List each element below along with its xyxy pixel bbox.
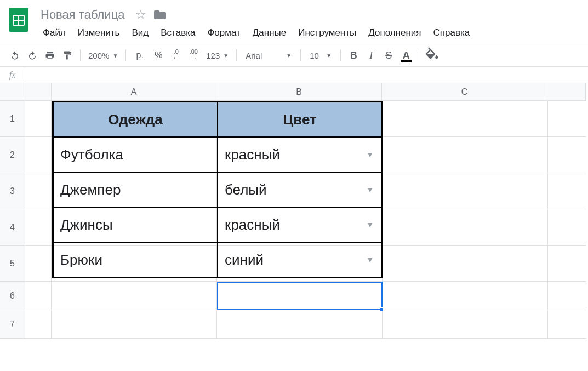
cell[interactable] [548, 173, 586, 209]
font-family-select[interactable]: Arial ▼ [241, 51, 296, 60]
text-color-button[interactable]: A [398, 47, 414, 64]
table-cell-a3[interactable]: Джемпер [53, 172, 218, 207]
formula-bar: fx [0, 67, 588, 83]
menu-edit[interactable]: Изменить [72, 25, 125, 41]
column-header-c[interactable]: C [382, 83, 547, 101]
fill-color-icon [424, 47, 440, 64]
table-cell-b5[interactable]: синий▼ [218, 242, 382, 277]
menu-tools[interactable]: Инструменты [293, 25, 362, 41]
dropdown-arrow-icon[interactable]: ▼ [366, 255, 374, 264]
undo-icon [10, 50, 20, 60]
zoom-select[interactable]: 200% ▼ [85, 51, 121, 60]
strikethrough-button[interactable]: S [380, 47, 397, 64]
cell[interactable] [548, 282, 586, 310]
cell[interactable] [25, 101, 52, 137]
column-header-d[interactable] [547, 83, 586, 101]
font-size-select[interactable]: 10 ▼ [305, 51, 336, 60]
paint-format-button[interactable] [59, 47, 76, 64]
toolbar-separator [125, 49, 126, 61]
table-cell-a5[interactable]: Брюки [53, 242, 218, 277]
cell-c3[interactable] [383, 173, 548, 209]
cell[interactable] [25, 246, 52, 282]
star-icon[interactable]: ☆ [135, 8, 146, 22]
toolbar-separator [80, 49, 81, 61]
cell-a6[interactable] [52, 282, 217, 310]
text-color-swatch [401, 60, 412, 62]
number-format-select[interactable]: 123 ▼ [203, 51, 232, 60]
row-header-6[interactable]: 6 [0, 282, 25, 310]
cell[interactable] [548, 209, 586, 246]
format-currency-button[interactable]: р. [130, 47, 149, 64]
row-header-1[interactable]: 1 [0, 101, 25, 137]
column-header-a[interactable]: A [51, 83, 216, 101]
cell-b7[interactable] [217, 310, 383, 339]
select-all-cell[interactable] [0, 83, 25, 101]
grid-body: A B C Одежда Цвет Футболка [25, 83, 588, 339]
increase-decimal-button[interactable]: .00 → [185, 47, 202, 64]
cell-b6[interactable] [217, 282, 383, 310]
menu-help[interactable]: Справка [428, 25, 476, 41]
dropdown-arrow-icon[interactable]: ▼ [366, 185, 374, 194]
chevron-right-icon: → [190, 53, 197, 62]
sheets-logo[interactable] [7, 4, 31, 35]
cell[interactable] [25, 282, 52, 310]
cell-c2[interactable] [383, 137, 548, 173]
dropdown-arrow-icon[interactable]: ▼ [366, 150, 374, 159]
chevron-left-icon: ← [172, 53, 180, 62]
table-cell-b3[interactable]: белый▼ [218, 172, 382, 207]
cell-c4[interactable] [383, 209, 548, 246]
formula-input[interactable] [25, 67, 588, 83]
bold-button[interactable]: B [345, 47, 362, 64]
table-header-a[interactable]: Одежда [53, 102, 218, 137]
table-cell-b4[interactable]: красный▼ [218, 207, 382, 242]
cell-a7[interactable] [52, 310, 217, 339]
chevron-down-icon: ▼ [112, 53, 118, 59]
cell[interactable] [548, 246, 586, 282]
menu-view[interactable]: Вид [126, 25, 154, 41]
row-header-4[interactable]: 4 [0, 209, 25, 246]
table-cell-a4[interactable]: Джинсы [53, 207, 218, 242]
cell[interactable] [548, 101, 586, 137]
cell-c1[interactable] [383, 101, 548, 137]
print-button[interactable] [42, 47, 58, 64]
menu-format[interactable]: Формат [202, 25, 246, 41]
decrease-decimal-button[interactable]: .0 ← [168, 47, 184, 64]
fill-color-button[interactable] [424, 47, 440, 64]
italic-button[interactable]: I [363, 47, 379, 64]
cell[interactable] [25, 209, 52, 246]
format-percent-button[interactable]: % [150, 47, 167, 64]
menu-file[interactable]: Файл [37, 25, 71, 41]
row-header-3[interactable]: 3 [0, 173, 25, 209]
row-headers: 1 2 3 4 5 6 7 [0, 83, 25, 339]
row-header-5[interactable]: 5 [0, 246, 25, 282]
table-cell-b2[interactable]: красный▼ [218, 137, 382, 172]
cell-c7[interactable] [383, 310, 548, 339]
toolbar-separator [340, 49, 341, 61]
menu-insert[interactable]: Вставка [155, 25, 201, 41]
folder-icon[interactable] [154, 7, 166, 22]
undo-button[interactable] [7, 47, 23, 64]
fx-label: fx [0, 67, 25, 83]
cell-c6[interactable] [383, 282, 548, 310]
cell[interactable] [25, 137, 52, 173]
menu-data[interactable]: Данные [247, 25, 292, 41]
cell[interactable] [25, 173, 52, 209]
toolbar-separator [236, 49, 237, 61]
row-header-7[interactable]: 7 [0, 310, 25, 339]
table-cell-a2[interactable]: Футболка [53, 137, 218, 172]
menu-addons[interactable]: Дополнения [363, 25, 426, 41]
doc-title[interactable]: Новая таблица [37, 7, 128, 23]
cell-c5[interactable] [383, 246, 548, 282]
cell[interactable] [548, 310, 586, 339]
cell[interactable] [25, 310, 52, 339]
column-header-gap[interactable] [25, 83, 52, 101]
paint-format-icon [62, 50, 72, 60]
table-header-b[interactable]: Цвет [218, 102, 382, 137]
toolbar: 200% ▼ р. % .0 ← .00 → 123 ▼ Arial ▼ 10 … [0, 44, 588, 67]
row-header-2[interactable]: 2 [0, 137, 25, 173]
column-header-b[interactable]: B [216, 83, 382, 101]
redo-button[interactable] [24, 47, 41, 64]
cell[interactable] [548, 137, 586, 173]
redo-icon [27, 50, 37, 60]
dropdown-arrow-icon[interactable]: ▼ [366, 220, 374, 229]
